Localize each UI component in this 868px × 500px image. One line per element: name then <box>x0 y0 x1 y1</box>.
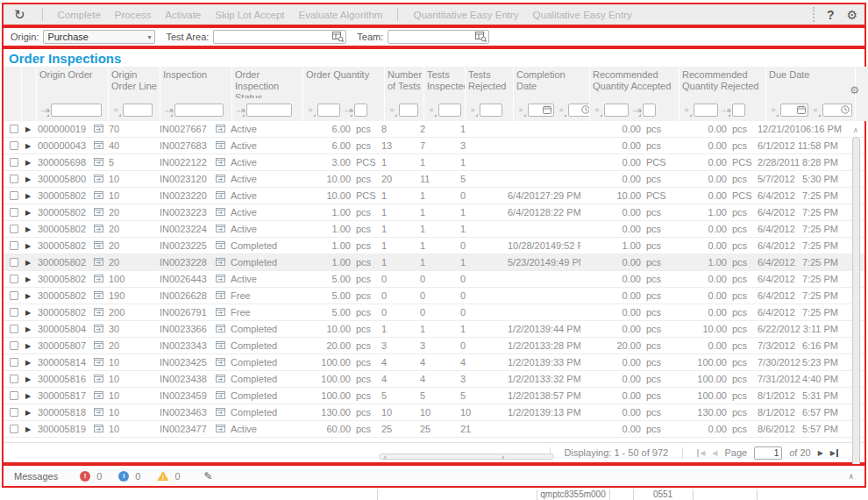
equals-operator-icon[interactable]: = <box>556 106 566 114</box>
scroll-up-icon[interactable]: ∧ <box>853 126 858 135</box>
row-checkbox[interactable] <box>10 325 18 333</box>
toolbar-button-activate[interactable]: Activate <box>165 10 201 20</box>
open-details-icon[interactable] <box>94 357 103 368</box>
equals-operator-icon[interactable]: = <box>681 106 692 114</box>
table-row[interactable]: ▶30000580430IN0023366Completed10.00pcs11… <box>4 321 864 338</box>
pencil-icon[interactable]: ✎ <box>204 470 213 482</box>
open-details-icon[interactable] <box>94 257 103 268</box>
filter-input-inspection[interactable] <box>176 105 222 115</box>
column-header-number-of-tests[interactable]: Number of Tests <box>385 67 423 98</box>
toolbar-button-quantitative-easy-entry[interactable]: Quantitative Easy Entry <box>413 10 518 20</box>
filter-input-tests-rejected[interactable] <box>481 105 501 115</box>
equals-operator-icon[interactable]: = <box>810 106 821 114</box>
equals-operator-icon[interactable]: = <box>387 106 397 114</box>
starts-with-operator-icon[interactable]: →a <box>234 106 245 114</box>
test-area-input[interactable] <box>216 32 332 42</box>
expand-row-icon[interactable]: ▶ <box>21 425 35 433</box>
open-details-icon[interactable] <box>216 207 225 218</box>
row-checkbox[interactable] <box>10 291 18 300</box>
table-row[interactable]: ▶30000581710IN0023459Completed100.00pcs5… <box>4 388 864 404</box>
filter-input-order-quantity[interactable] <box>319 105 338 115</box>
row-checkbox[interactable] <box>10 125 18 133</box>
row-checkbox[interactable] <box>10 225 18 233</box>
table-row[interactable]: ▶30000581610IN0023438Completed100.00pcs4… <box>4 371 864 388</box>
equals-operator-icon[interactable]: = <box>592 106 602 114</box>
filter-input-recommended-quantity-rejected[interactable] <box>695 105 716 115</box>
expand-row-icon[interactable]: ▶ <box>21 242 35 250</box>
clock-icon[interactable] <box>581 102 589 118</box>
filter-input-origin-order-line[interactable] <box>125 105 151 115</box>
refresh-icon[interactable]: ↻ <box>14 7 25 23</box>
open-details-icon[interactable] <box>94 207 103 218</box>
open-details-icon[interactable] <box>216 340 225 352</box>
open-details-icon[interactable] <box>94 407 103 418</box>
splitter-up-icon[interactable]: ∧ <box>383 454 387 460</box>
open-details-icon[interactable] <box>94 124 103 135</box>
browse-lookup-icon[interactable] <box>475 32 487 42</box>
table-row[interactable]: ▶30000580720IN0023343Completed20.00pcs33… <box>4 338 864 354</box>
toolbar-button-skip-lot-accept[interactable]: Skip Lot Accept <box>215 10 284 20</box>
starts-with-operator-icon[interactable]: →a <box>162 106 173 114</box>
open-details-icon[interactable] <box>94 224 103 235</box>
table-row[interactable]: ▶30000580220IN0023223Active1.00pcs1116/4… <box>4 204 864 221</box>
toolbar-button-process[interactable]: Process <box>115 10 152 20</box>
expand-row-icon[interactable]: ▶ <box>21 325 35 333</box>
expand-row-icon[interactable]: ▶ <box>21 125 35 133</box>
row-checkbox[interactable] <box>10 158 18 167</box>
expand-row-icon[interactable]: ▶ <box>21 159 35 167</box>
calendar-icon[interactable] <box>543 102 552 118</box>
column-header-inspection[interactable]: Inspection <box>160 67 231 98</box>
table-row[interactable]: ▶30000580220IN0023225Completed1.00pcs110… <box>4 238 864 254</box>
table-row[interactable]: ▶300005802100IN0026443Active5.00pcs0000.… <box>4 271 864 288</box>
open-details-icon[interactable] <box>94 324 103 335</box>
panel-splitter-handle[interactable]: ∧ ∨ <box>379 454 554 460</box>
open-details-icon[interactable] <box>94 374 103 385</box>
table-row[interactable]: ▶30000581410IN0023425Completed100.00pcs4… <box>4 354 864 371</box>
row-checkbox[interactable] <box>10 308 18 317</box>
row-checkbox[interactable] <box>10 191 18 200</box>
table-row[interactable]: ▶30000581910IN0023477Active60.00pcs25252… <box>4 421 864 438</box>
filter-input-due-date[interactable] <box>824 105 841 115</box>
filter-input-completion-date[interactable] <box>570 105 581 115</box>
expand-row-icon[interactable]: ▶ <box>21 142 35 150</box>
origin-select[interactable]: Purchase ▾ <box>43 30 155 44</box>
next-page-icon[interactable]: ▶ <box>818 449 823 457</box>
column-header-tests-inspected[interactable]: Tests Inspected <box>424 67 465 98</box>
row-checkbox[interactable] <box>10 258 18 267</box>
column-header-order-inspection-status[interactable]: Order Inspection Status <box>232 67 302 98</box>
open-details-icon[interactable] <box>216 290 225 302</box>
row-checkbox[interactable] <box>10 408 18 417</box>
expand-row-icon[interactable]: ▶ <box>21 192 35 200</box>
filter-input-order-inspection-status[interactable] <box>248 105 290 115</box>
row-checkbox[interactable] <box>10 175 18 183</box>
open-details-icon[interactable] <box>94 290 103 302</box>
row-checkbox[interactable] <box>10 375 18 383</box>
help-icon[interactable]: ? <box>827 8 835 22</box>
filter-input-completion-date[interactable] <box>530 105 543 115</box>
expand-row-icon[interactable]: ▶ <box>21 392 35 400</box>
error-icon[interactable]: ! <box>80 471 90 482</box>
filter-input-order-quantity[interactable] <box>356 105 366 115</box>
open-details-icon[interactable] <box>94 307 103 318</box>
equals-operator-icon[interactable]: = <box>305 106 316 114</box>
open-details-icon[interactable] <box>216 190 225 202</box>
starts-with-operator-icon[interactable]: →a <box>630 106 641 114</box>
column-header-origin-order-line[interactable]: Origin Order Line <box>109 67 160 98</box>
row-checkbox[interactable] <box>10 341 18 350</box>
open-details-icon[interactable] <box>94 274 103 285</box>
column-header-recommended-quantity-rejected[interactable]: Recommended Quantity Rejected <box>679 67 765 98</box>
row-checkbox[interactable] <box>10 358 18 367</box>
page-number-input[interactable] <box>754 446 782 460</box>
open-details-icon[interactable] <box>94 390 103 402</box>
column-header-recommended-quantity-accepted[interactable]: Recommended Quantity Accepted <box>590 67 679 98</box>
vertical-scrollbar[interactable]: ∧ ∨ <box>850 126 861 486</box>
browse-lookup-icon[interactable] <box>332 32 344 42</box>
open-details-icon[interactable] <box>216 240 225 252</box>
expand-row-icon[interactable]: ▶ <box>21 375 35 383</box>
expand-row-icon[interactable]: ▶ <box>21 259 35 267</box>
table-row[interactable]: ▶30000581810IN0023463Completed130.00pcs1… <box>4 404 864 421</box>
open-details-icon[interactable] <box>94 190 103 202</box>
open-details-icon[interactable] <box>94 140 103 152</box>
filter-input-recommended-quantity-rejected[interactable] <box>734 105 743 115</box>
open-details-icon[interactable] <box>216 174 225 185</box>
